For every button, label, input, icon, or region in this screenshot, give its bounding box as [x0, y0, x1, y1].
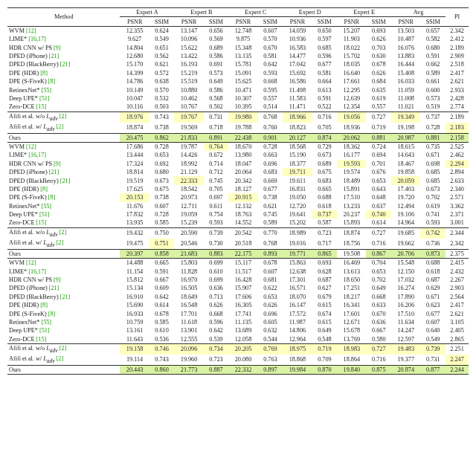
- cell: 15.134: [120, 284, 149, 292]
- cell: 14.786: [120, 77, 149, 85]
- cell: 15.219: [174, 69, 203, 77]
- cite-link[interactable]: [2]: [60, 113, 67, 120]
- cell: 0.770: [258, 227, 283, 239]
- cell: 14.806: [283, 326, 312, 334]
- cell: 18.542: [174, 185, 203, 193]
- cell: 0.723: [312, 227, 338, 239]
- cell: 0.731: [204, 111, 229, 123]
- cite-link[interactable]: [51]: [39, 211, 50, 218]
- cite-link[interactable]: [9]: [54, 45, 61, 51]
- cell: 15.893: [337, 219, 366, 227]
- cell: 0.650: [312, 26, 338, 35]
- cite-link[interactable]: [51]: [39, 95, 50, 102]
- cell: 17.625: [120, 185, 149, 193]
- table-row: DPED (iPhone) [21]18.8140.68021.1290.712…: [7, 168, 469, 176]
- cite-link[interactable]: [16,17]: [28, 268, 46, 275]
- table-row: LIME* [16,17]13.4440.65314.4260.67213.98…: [7, 151, 469, 159]
- cite-link[interactable]: [12]: [26, 259, 36, 266]
- cite-link[interactable]: [9]: [54, 277, 61, 283]
- cell: 17.572: [283, 309, 312, 317]
- cite-link[interactable]: [12]: [26, 143, 36, 150]
- cell: 2.571: [446, 193, 469, 201]
- cite-link[interactable]: [2]: [57, 239, 64, 246]
- cell: 0.685: [420, 176, 446, 184]
- table-row: HDR CNN w/ PS [9]14.8040.65115.6220.6891…: [7, 44, 469, 52]
- cite-link[interactable]: [21]: [49, 285, 60, 291]
- cite-link[interactable]: [8]: [40, 70, 48, 77]
- cell: 2.375: [446, 249, 469, 258]
- cell: 0.630: [366, 52, 391, 60]
- cite-link[interactable]: [8]: [48, 311, 56, 317]
- cell: 19.198: [391, 123, 420, 134]
- cell: 0.597: [312, 35, 338, 43]
- cell: 16.076: [391, 44, 420, 52]
- cell: 2.405: [446, 326, 469, 334]
- cell: 20.443: [120, 365, 149, 374]
- cell: 19.432: [120, 227, 149, 239]
- cell: 2.894: [446, 168, 469, 176]
- cite-link[interactable]: [2]: [60, 229, 67, 236]
- cite-link[interactable]: [16,17]: [28, 36, 46, 42]
- cell: 0.769: [258, 343, 283, 355]
- cite-link[interactable]: [2]: [57, 355, 64, 362]
- cell: 0.858: [149, 249, 175, 258]
- cite-link[interactable]: [8]: [40, 302, 48, 308]
- cite-link[interactable]: [21]: [60, 178, 71, 184]
- cell: 0.874: [312, 133, 338, 142]
- cite-link[interactable]: [55]: [41, 87, 51, 94]
- cell: 15.678: [337, 326, 366, 334]
- cite-link[interactable]: [2]: [60, 345, 67, 352]
- cite-link[interactable]: [15]: [36, 103, 47, 110]
- cite-link[interactable]: [55]: [41, 319, 51, 326]
- method-cell: WVM [12]: [7, 259, 120, 268]
- cite-link[interactable]: [12]: [26, 28, 36, 34]
- cell: 0.636: [204, 284, 229, 292]
- cell: 17.510: [391, 309, 420, 317]
- cite-link[interactable]: [15]: [36, 219, 47, 226]
- cell: 11.008: [391, 94, 420, 103]
- cite-link[interactable]: [9]: [54, 161, 61, 167]
- sub-hdr: SSIM: [258, 17, 283, 26]
- cell: 16.831: [283, 185, 312, 193]
- cite-link[interactable]: [8]: [40, 186, 48, 193]
- cell: 16.033: [391, 77, 420, 85]
- cell: 15.863: [283, 259, 312, 268]
- cell: 0.673: [420, 185, 446, 193]
- cell: 13.980: [228, 151, 257, 159]
- cite-link[interactable]: [2]: [57, 123, 64, 130]
- cell: 0.615: [312, 318, 338, 326]
- cite-link[interactable]: [51]: [39, 327, 50, 334]
- cell: 0.596: [312, 52, 338, 60]
- cell: 14.552: [228, 219, 257, 227]
- cell: 14.964: [391, 219, 420, 227]
- cite-link[interactable]: [21]: [60, 294, 71, 300]
- cell: 0.614: [149, 301, 175, 309]
- cell: 0.609: [149, 284, 175, 292]
- cell: 12.680: [120, 52, 149, 60]
- method-cell: DPE (HDR) [8]: [7, 301, 120, 309]
- cite-link[interactable]: [21]: [60, 61, 71, 68]
- cell: 0.675: [312, 168, 338, 176]
- method-cell: Ours: [7, 133, 120, 142]
- cell: 10.880: [174, 85, 203, 94]
- cell: 9.875: [228, 35, 257, 43]
- cell: 12.597: [391, 334, 420, 343]
- cite-link[interactable]: [16,17]: [28, 152, 46, 158]
- sub-hdr: SSIM: [420, 17, 446, 26]
- cite-link[interactable]: [8]: [48, 78, 56, 85]
- cell: 0.661: [420, 77, 446, 85]
- cell: 0.607: [149, 202, 175, 210]
- cell: 16.505: [174, 284, 203, 292]
- cell: 0.736: [420, 239, 446, 250]
- cell: 15.781: [228, 60, 257, 68]
- cite-link[interactable]: [15]: [36, 336, 47, 343]
- cell: 0.607: [258, 267, 283, 275]
- cite-link[interactable]: [21]: [49, 53, 60, 59]
- cite-link[interactable]: [21]: [49, 169, 60, 175]
- cell: 0.593: [258, 69, 283, 77]
- cite-link[interactable]: [55]: [41, 203, 51, 210]
- cell: 18.975: [283, 343, 312, 355]
- cell: 18.127: [228, 185, 257, 193]
- cite-link[interactable]: [8]: [48, 194, 56, 201]
- cell: 0.754: [204, 210, 229, 219]
